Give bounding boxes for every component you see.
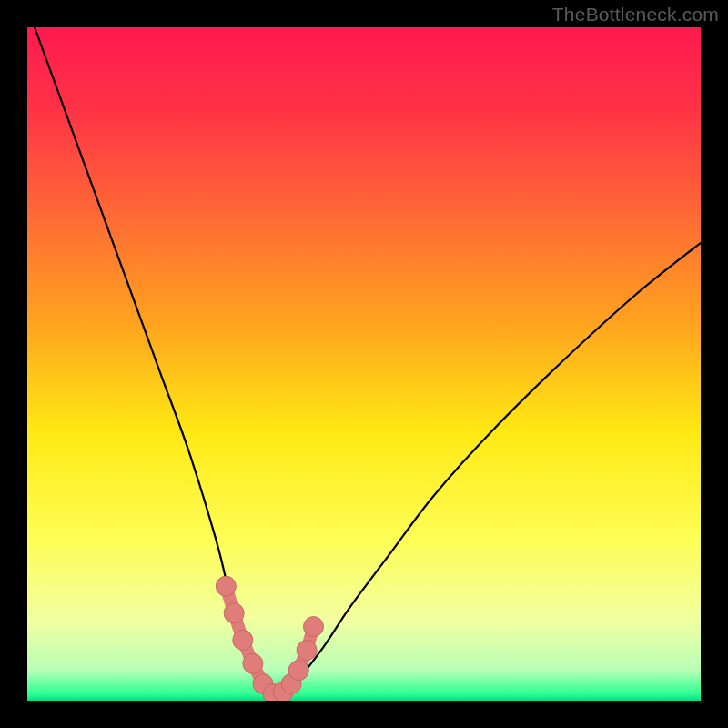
marker-point bbox=[288, 661, 308, 681]
chart-frame: TheBottleneck.com bbox=[0, 0, 728, 728]
marker-point bbox=[243, 653, 263, 673]
chart-svg bbox=[27, 27, 701, 701]
marker-point bbox=[233, 630, 253, 650]
marker-point bbox=[224, 603, 244, 623]
marker-point bbox=[304, 617, 324, 637]
bottleneck-curve bbox=[27, 27, 701, 694]
marker-point bbox=[216, 576, 236, 596]
plot-area bbox=[27, 27, 701, 701]
marker-point bbox=[297, 641, 317, 661]
marker-group bbox=[216, 576, 323, 701]
watermark-text: TheBottleneck.com bbox=[552, 4, 719, 25]
